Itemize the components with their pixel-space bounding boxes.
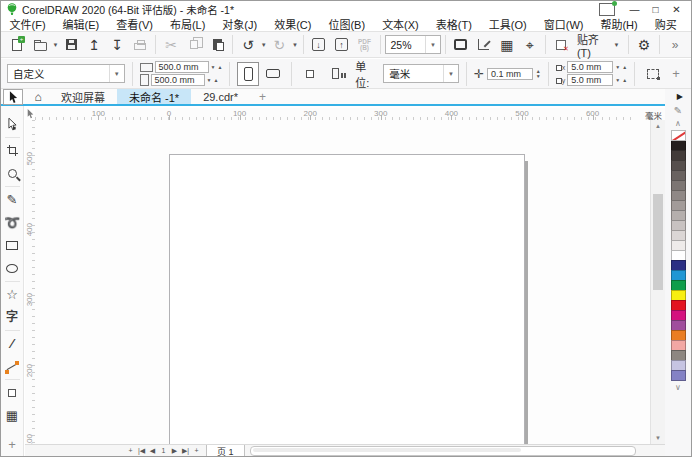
swatch-lavender[interactable]	[671, 370, 686, 381]
drawing-page[interactable]	[169, 154, 525, 444]
save-button[interactable]	[60, 34, 82, 56]
all-pages-button[interactable]	[299, 62, 321, 86]
toolbar-overflow-button[interactable]: »	[664, 34, 686, 56]
text-tool[interactable]: 字	[1, 306, 24, 329]
page-indicator[interactable]: 1	[158, 447, 169, 454]
chevron-down-icon[interactable]: ▼	[291, 42, 298, 48]
account-icon[interactable]	[599, 3, 615, 16]
chevron-down-icon[interactable]: ▼	[260, 42, 267, 48]
close-button[interactable]: ✕	[667, 3, 686, 16]
show-rulers-button[interactable]	[473, 34, 495, 56]
cut-button[interactable]: ✂	[160, 34, 182, 56]
duplicate-y-stepper[interactable]: ▼▲	[615, 77, 627, 83]
copy-button[interactable]	[183, 34, 205, 56]
pick-tool[interactable]	[3, 89, 23, 105]
prev-page-button[interactable]: ◀	[147, 447, 158, 455]
scroll-up-arrow[interactable]: ▲	[651, 120, 665, 132]
menu-help[interactable]: 帮助(H)	[592, 16, 646, 32]
page-height-field[interactable]: 500.0 mm	[151, 74, 205, 86]
menu-bitmaps[interactable]: 位图(B)	[320, 16, 374, 32]
print-button[interactable]	[129, 34, 151, 56]
add-page-start-button[interactable]: +	[125, 447, 136, 454]
menu-file[interactable]: 文件(F)	[1, 16, 54, 32]
horizontal-scrollbar[interactable]	[250, 446, 636, 456]
show-grid-button[interactable]: ▦	[496, 34, 518, 56]
next-page-button[interactable]: ▶	[169, 447, 180, 455]
publish-pdf-button[interactable]: PDF(B)	[354, 34, 376, 56]
add-tools-button[interactable]: +	[1, 433, 24, 456]
home-tab[interactable]: ⌂	[27, 89, 49, 104]
portrait-button[interactable]	[237, 62, 259, 86]
rectangle-tool[interactable]	[1, 234, 24, 257]
open-button[interactable]	[29, 34, 51, 56]
new-tab-button[interactable]: +	[250, 89, 275, 104]
page-preset-combobox[interactable]: 自定义 ▼	[7, 64, 125, 83]
tab-29cdr[interactable]: 29.cdr*	[191, 89, 250, 104]
vertical-scrollbar-thumb[interactable]	[653, 194, 663, 290]
menu-layout[interactable]: 布局(L)	[161, 16, 213, 32]
menu-buy[interactable]: 购买	[646, 16, 685, 32]
tab-untitled-1[interactable]: 未命名 -1*	[117, 89, 191, 104]
maximize-button[interactable]: □	[646, 3, 665, 16]
snap-to-dropdown[interactable]: 贴齐(T)▼	[573, 31, 624, 59]
horizontal-scrollbar-thumb[interactable]	[253, 448, 522, 452]
connector-tool[interactable]	[1, 355, 24, 378]
shape-tool[interactable]	[1, 113, 24, 136]
crop-tool[interactable]	[1, 139, 24, 162]
page-1-tab[interactable]: 页 1	[206, 444, 245, 456]
swatch-no-color[interactable]	[671, 130, 686, 141]
nudge-offset-field[interactable]: 0.1 mm	[487, 68, 533, 80]
menu-edit[interactable]: 编辑(E)	[54, 16, 108, 32]
mesh-fill-tool[interactable]: ▦	[1, 404, 24, 427]
tab-welcome[interactable]: 欢迎屏幕	[49, 89, 117, 104]
add-page-end-button[interactable]: +	[191, 447, 202, 454]
menu-tools[interactable]: 工具(O)	[480, 16, 535, 32]
drawing-canvas[interactable]	[35, 120, 665, 444]
page-width-field[interactable]: 500.0 mm	[155, 61, 209, 73]
menu-window[interactable]: 窗口(W)	[535, 16, 592, 32]
palette-scroll-up[interactable]: ∧	[675, 117, 681, 129]
freehand-tool[interactable]: ✎	[1, 188, 24, 211]
menu-view[interactable]: 查看(V)	[108, 16, 162, 32]
menu-object[interactable]: 对象(J)	[214, 16, 266, 32]
show-guidelines-button[interactable]: ⌖	[519, 34, 541, 56]
ruler-origin-icon[interactable]	[25, 107, 35, 120]
page-height-stepper[interactable]: ▼▲	[207, 77, 219, 83]
snap-off-button[interactable]	[550, 34, 572, 56]
options-button[interactable]: ⚙	[633, 34, 655, 56]
zoom-level-combobox[interactable]: 25%▼	[385, 35, 441, 54]
minimize-button[interactable]: —	[625, 3, 644, 16]
nudge-stepper[interactable]: ▲▼	[536, 69, 541, 78]
palette-flyout-icon[interactable]: ▶	[677, 89, 691, 103]
zoom-tool[interactable]	[1, 162, 24, 185]
last-page-button[interactable]: ▶|	[180, 447, 191, 455]
undo-button[interactable]: ↺	[237, 34, 259, 56]
duplicate-y-field[interactable]: 5.0 mm	[567, 74, 613, 86]
polygon-tool[interactable]: ☆	[1, 283, 24, 306]
open-from-cloud-button[interactable]: ↥	[83, 34, 105, 56]
ellipse-tool[interactable]	[1, 257, 24, 280]
scroll-down-arrow[interactable]: ▼	[651, 432, 665, 444]
first-page-button[interactable]: |◀	[136, 447, 147, 455]
menu-effects[interactable]: 效果(C)	[266, 16, 320, 32]
import-button[interactable]: ↓	[308, 34, 330, 56]
chevron-down-icon[interactable]: ▼	[52, 42, 59, 48]
save-to-cloud-button[interactable]: ↧	[106, 34, 128, 56]
new-document-button[interactable]	[6, 34, 28, 56]
drop-shadow-tool[interactable]	[1, 381, 24, 404]
vertical-scrollbar[interactable]: ▲ ▼	[650, 120, 665, 444]
propbar-add-button[interactable]: +	[667, 66, 685, 81]
duplicate-x-stepper[interactable]: ▼▲	[615, 64, 627, 70]
export-button[interactable]: ↑	[331, 34, 353, 56]
menu-text[interactable]: 文本(X)	[374, 16, 428, 32]
treat-as-filled-button[interactable]	[642, 62, 664, 86]
page-width-stepper[interactable]: ▼▲	[211, 64, 223, 70]
artistic-media-tool[interactable]: ➰	[1, 211, 24, 234]
paste-button[interactable]	[206, 34, 228, 56]
parallel-dimension-tool[interactable]: ∕	[1, 332, 24, 355]
units-combobox[interactable]: 毫米 ▼	[383, 64, 459, 83]
palette-pencil-icon[interactable]: ✎	[674, 103, 682, 117]
menu-table[interactable]: 表格(T)	[427, 16, 480, 32]
duplicate-x-field[interactable]: 5.0 mm	[567, 61, 613, 73]
landscape-button[interactable]	[262, 62, 284, 86]
